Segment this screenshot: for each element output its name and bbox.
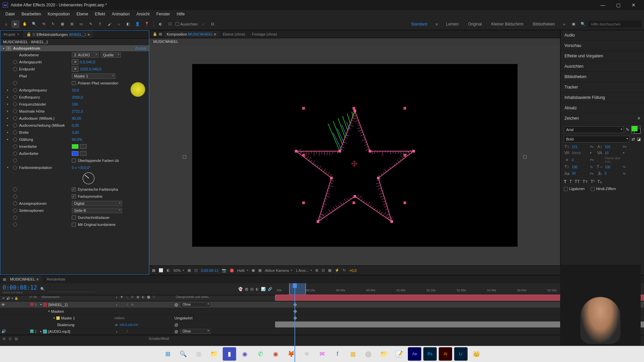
pan-behind-icon[interactable]: ⊞ (68, 20, 76, 28)
smallcaps-icon[interactable]: Tᴛ (583, 179, 588, 184)
audio-off-value[interactable]: 0,00 (72, 123, 79, 127)
menu-fenster[interactable]: Fenster (153, 10, 173, 18)
viewport-handle[interactable] (183, 155, 186, 159)
start-freq-value[interactable]: 20,0 (72, 88, 79, 92)
audio-source-dropdown[interactable]: Quelle (101, 52, 121, 58)
hue-int-value[interactable]: 0 x +310,0° (72, 166, 91, 170)
messenger-icon[interactable]: ✉ (315, 347, 329, 361)
speaker-icon[interactable]: 🔊 (1, 329, 6, 334)
shape-tool-icon[interactable]: ▭ (77, 20, 85, 28)
current-time-indicator[interactable] (294, 283, 295, 362)
channel-icon[interactable]: ⬤ (230, 268, 234, 273)
superscript-icon[interactable]: T¹ (591, 179, 595, 184)
smooth-value[interactable]: 50,0% (72, 137, 82, 141)
selection-handle[interactable] (302, 107, 305, 110)
brainstorm-icon[interactable]: 🔗 (268, 287, 272, 291)
graph-icon[interactable]: 📊 (261, 287, 266, 291)
mask-mode-dropdown[interactable]: Addiere (114, 316, 138, 320)
inner-color-swatch[interactable] (72, 144, 78, 149)
clone-tool-icon[interactable]: ⟐ (115, 20, 123, 28)
roto-tool-icon[interactable]: 👤 (133, 20, 142, 28)
font-weight-dropdown[interactable]: Bold (564, 136, 630, 142)
brush-tool-icon[interactable]: 🖌 (105, 20, 113, 28)
selection-handle[interactable] (353, 107, 355, 110)
home-icon[interactable]: ⌂ (2, 20, 10, 28)
app-icon[interactable]: 📝 (392, 347, 406, 361)
toggle-modes-icon[interactable]: ⊡ (9, 337, 11, 341)
hand-tool-icon[interactable]: ✋ (21, 20, 29, 28)
anchor-point-icon[interactable] (352, 161, 357, 166)
start-point-value[interactable]: 0,0,540,0 (80, 60, 95, 64)
stopwatch-icon[interactable] (13, 95, 17, 99)
app-icon[interactable]: ✱ (300, 347, 313, 361)
allcaps-icon[interactable]: TT (575, 179, 580, 184)
composition-tab[interactable]: Komposition MUSICWHEEL ≡ (163, 31, 219, 38)
workspace-kleiner[interactable]: Kleiner Bildschirm (487, 20, 528, 28)
minimize-button[interactable]: — (595, 0, 610, 10)
mask-1-row[interactable]: ▸ Maske 1 Addiere Umgekehrt (0, 315, 644, 321)
app-icon[interactable]: ▦ (346, 347, 360, 361)
stopwatch-icon[interactable] (13, 137, 17, 141)
stopwatch-icon[interactable] (13, 159, 17, 163)
lightroom-icon[interactable]: Lr (454, 347, 468, 361)
viewer-timecode[interactable]: 0:00:08:12 (201, 268, 218, 273)
font-size-value[interactable]: 221 (572, 145, 588, 149)
panel-menu-icon[interactable]: ≡ (214, 32, 216, 36)
stopwatch-icon[interactable] (13, 81, 17, 85)
layer-tab[interactable]: Ebene (ohne) (219, 31, 249, 38)
stopwatch-icon[interactable] (13, 194, 17, 198)
workspace-more-icon[interactable]: » (560, 20, 568, 28)
panel-ausrichten[interactable]: Ausrichten (560, 61, 644, 72)
switches-label[interactable]: Schalter/Modi (149, 337, 169, 341)
lock-icon[interactable]: 🔒 (153, 32, 157, 36)
selection-handle[interactable] (404, 154, 406, 157)
guides-icon[interactable]: ◫ (194, 268, 198, 273)
mask-color[interactable] (56, 316, 60, 320)
search-icon[interactable]: 🔍 (40, 287, 45, 291)
rotate-tool-icon[interactable]: ↻ (49, 20, 57, 28)
resolution-dropdown[interactable]: Halb (237, 268, 248, 273)
snap-checkbox[interactable]: Ausrichten (175, 22, 198, 26)
stopwatch-icon[interactable] (13, 88, 17, 92)
stopwatch-icon[interactable] (13, 208, 17, 213)
panel-audio[interactable]: Audio (560, 30, 644, 41)
target-icon[interactable]: ⊕ (72, 66, 78, 72)
after-effects-icon[interactable]: Ae (408, 347, 421, 361)
firefox-icon[interactable]: 🦊 (284, 347, 298, 361)
expand-icon[interactable]: ▸ (7, 117, 8, 120)
hindi-checkbox[interactable]: Hindi-Ziffern (591, 187, 616, 191)
parent-dropdown[interactable]: Ohne (180, 329, 210, 334)
parent-dropdown[interactable]: Ohne (180, 302, 210, 307)
outer-color-swatch[interactable] (72, 151, 78, 156)
path-dropdown[interactable]: Maske 1 (72, 73, 115, 79)
mask-icon[interactable]: ◐ (167, 268, 170, 273)
display-dropdown[interactable]: Digital (72, 201, 122, 206)
menu-ansicht[interactable]: Ansicht (133, 10, 153, 18)
timeline-search-input[interactable] (48, 287, 95, 292)
orbit-tool-icon[interactable]: ⟲ (40, 20, 48, 28)
color-swatch[interactable] (631, 126, 641, 134)
panel-bibliotheken[interactable]: Bibliotheken (560, 72, 644, 82)
help-search-input[interactable] (588, 21, 642, 27)
expand-icon[interactable]: ▸ (7, 96, 8, 99)
max-height-value[interactable]: 2721,0 (72, 109, 83, 113)
pen-tool-icon[interactable]: ✎ (87, 20, 95, 28)
expand-icon[interactable]: ▸ (7, 131, 8, 134)
layer-row-1[interactable]: 👁 1 ▾[WHEEL_1] ⬥/fx @Ohne (0, 301, 644, 308)
selection-handle[interactable] (404, 107, 406, 110)
layer-color[interactable] (30, 329, 34, 333)
panel-toggle-icon[interactable]: ▣ (570, 20, 578, 28)
side-dropdown[interactable]: Seite B (72, 208, 122, 213)
start-icon[interactable]: ⊞ (161, 347, 174, 361)
ligatures-checkbox[interactable]: Ligaturen (564, 187, 585, 191)
taskview-icon[interactable]: ▦ (192, 347, 205, 361)
menu-hilfe[interactable]: Hilfe (173, 10, 188, 18)
scale-value[interactable]: 100,0,100,0% (119, 323, 124, 326)
draft-icon[interactable]: ⚡ (335, 268, 339, 273)
link-icon[interactable]: ⇄ (114, 323, 119, 326)
panel-content-fill[interactable]: Inhaltsbasierte Füllung (560, 93, 644, 103)
collapse-icon[interactable]: ▾ (7, 166, 8, 169)
vscale-value[interactable]: 100 (572, 165, 588, 169)
zoom-dropdown[interactable]: 50% (173, 268, 184, 273)
selection-handle[interactable] (302, 201, 305, 204)
